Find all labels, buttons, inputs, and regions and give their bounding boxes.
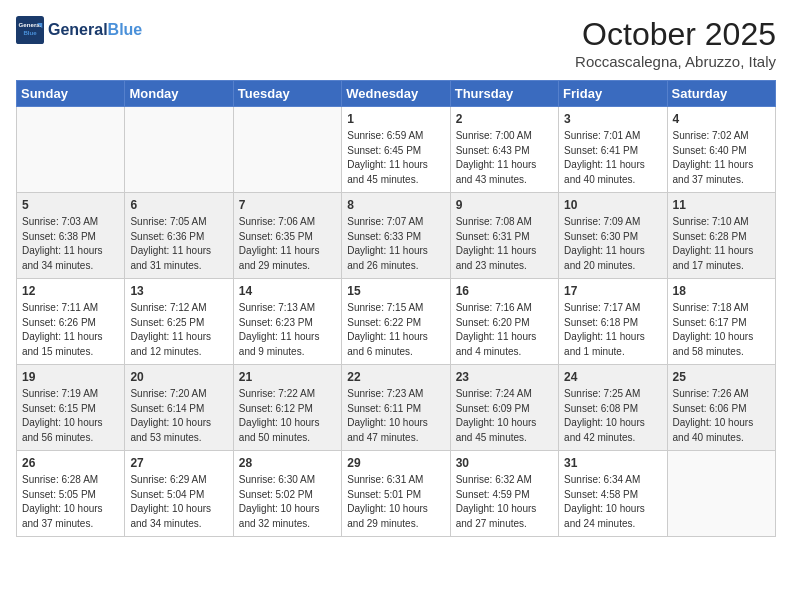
day-number: 18 — [673, 284, 770, 298]
day-info: Sunrise: 7:20 AM Sunset: 6:14 PM Dayligh… — [130, 387, 227, 445]
day-info: Sunrise: 7:12 AM Sunset: 6:25 PM Dayligh… — [130, 301, 227, 359]
day-number: 15 — [347, 284, 444, 298]
title-block: October 2025 Roccascalegna, Abruzzo, Ita… — [575, 16, 776, 70]
day-info: Sunrise: 7:25 AM Sunset: 6:08 PM Dayligh… — [564, 387, 661, 445]
day-info: Sunrise: 7:15 AM Sunset: 6:22 PM Dayligh… — [347, 301, 444, 359]
day-info: Sunrise: 7:06 AM Sunset: 6:35 PM Dayligh… — [239, 215, 336, 273]
day-info: Sunrise: 6:30 AM Sunset: 5:02 PM Dayligh… — [239, 473, 336, 531]
svg-text:General: General — [19, 21, 42, 28]
day-info: Sunrise: 7:08 AM Sunset: 6:31 PM Dayligh… — [456, 215, 553, 273]
calendar-cell: 31Sunrise: 6:34 AM Sunset: 4:58 PM Dayli… — [559, 451, 667, 537]
calendar-cell: 17Sunrise: 7:17 AM Sunset: 6:18 PM Dayli… — [559, 279, 667, 365]
day-info: Sunrise: 7:17 AM Sunset: 6:18 PM Dayligh… — [564, 301, 661, 359]
calendar-cell: 5Sunrise: 7:03 AM Sunset: 6:38 PM Daylig… — [17, 193, 125, 279]
day-info: Sunrise: 7:09 AM Sunset: 6:30 PM Dayligh… — [564, 215, 661, 273]
calendar-cell: 14Sunrise: 7:13 AM Sunset: 6:23 PM Dayli… — [233, 279, 341, 365]
day-info: Sunrise: 7:22 AM Sunset: 6:12 PM Dayligh… — [239, 387, 336, 445]
calendar-cell: 2Sunrise: 7:00 AM Sunset: 6:43 PM Daylig… — [450, 107, 558, 193]
logo-icon: General Blue — [16, 16, 44, 44]
calendar-cell: 10Sunrise: 7:09 AM Sunset: 6:30 PM Dayli… — [559, 193, 667, 279]
weekday-header-friday: Friday — [559, 81, 667, 107]
calendar-cell: 30Sunrise: 6:32 AM Sunset: 4:59 PM Dayli… — [450, 451, 558, 537]
day-info: Sunrise: 6:29 AM Sunset: 5:04 PM Dayligh… — [130, 473, 227, 531]
day-info: Sunrise: 7:13 AM Sunset: 6:23 PM Dayligh… — [239, 301, 336, 359]
calendar-cell: 13Sunrise: 7:12 AM Sunset: 6:25 PM Dayli… — [125, 279, 233, 365]
day-info: Sunrise: 7:00 AM Sunset: 6:43 PM Dayligh… — [456, 129, 553, 187]
day-info: Sunrise: 6:31 AM Sunset: 5:01 PM Dayligh… — [347, 473, 444, 531]
calendar-week-row: 12Sunrise: 7:11 AM Sunset: 6:26 PM Dayli… — [17, 279, 776, 365]
day-number: 16 — [456, 284, 553, 298]
day-number: 25 — [673, 370, 770, 384]
day-number: 10 — [564, 198, 661, 212]
calendar-header-row: SundayMondayTuesdayWednesdayThursdayFrid… — [17, 81, 776, 107]
day-info: Sunrise: 7:19 AM Sunset: 6:15 PM Dayligh… — [22, 387, 119, 445]
day-info: Sunrise: 7:03 AM Sunset: 6:38 PM Dayligh… — [22, 215, 119, 273]
day-number: 27 — [130, 456, 227, 470]
calendar-cell: 25Sunrise: 7:26 AM Sunset: 6:06 PM Dayli… — [667, 365, 775, 451]
calendar-cell: 28Sunrise: 6:30 AM Sunset: 5:02 PM Dayli… — [233, 451, 341, 537]
day-number: 2 — [456, 112, 553, 126]
page-header: General Blue GeneralBlue October 2025 Ro… — [16, 16, 776, 70]
day-number: 3 — [564, 112, 661, 126]
weekday-header-thursday: Thursday — [450, 81, 558, 107]
day-info: Sunrise: 6:32 AM Sunset: 4:59 PM Dayligh… — [456, 473, 553, 531]
calendar-cell: 15Sunrise: 7:15 AM Sunset: 6:22 PM Dayli… — [342, 279, 450, 365]
calendar-cell — [667, 451, 775, 537]
day-number: 13 — [130, 284, 227, 298]
logo-text: GeneralBlue — [48, 21, 142, 39]
day-number: 29 — [347, 456, 444, 470]
day-info: Sunrise: 6:34 AM Sunset: 4:58 PM Dayligh… — [564, 473, 661, 531]
day-number: 7 — [239, 198, 336, 212]
month-title: October 2025 — [575, 16, 776, 53]
calendar-cell: 4Sunrise: 7:02 AM Sunset: 6:40 PM Daylig… — [667, 107, 775, 193]
svg-text:Blue: Blue — [23, 29, 37, 36]
location-subtitle: Roccascalegna, Abruzzo, Italy — [575, 53, 776, 70]
calendar-week-row: 19Sunrise: 7:19 AM Sunset: 6:15 PM Dayli… — [17, 365, 776, 451]
calendar-cell — [233, 107, 341, 193]
weekday-header-saturday: Saturday — [667, 81, 775, 107]
calendar-week-row: 26Sunrise: 6:28 AM Sunset: 5:05 PM Dayli… — [17, 451, 776, 537]
calendar-week-row: 1Sunrise: 6:59 AM Sunset: 6:45 PM Daylig… — [17, 107, 776, 193]
day-number: 11 — [673, 198, 770, 212]
weekday-header-tuesday: Tuesday — [233, 81, 341, 107]
day-number: 9 — [456, 198, 553, 212]
day-number: 30 — [456, 456, 553, 470]
calendar-cell: 23Sunrise: 7:24 AM Sunset: 6:09 PM Dayli… — [450, 365, 558, 451]
day-info: Sunrise: 7:24 AM Sunset: 6:09 PM Dayligh… — [456, 387, 553, 445]
day-number: 22 — [347, 370, 444, 384]
day-number: 8 — [347, 198, 444, 212]
day-number: 14 — [239, 284, 336, 298]
calendar-cell: 27Sunrise: 6:29 AM Sunset: 5:04 PM Dayli… — [125, 451, 233, 537]
calendar-cell: 12Sunrise: 7:11 AM Sunset: 6:26 PM Dayli… — [17, 279, 125, 365]
day-number: 26 — [22, 456, 119, 470]
calendar-cell: 19Sunrise: 7:19 AM Sunset: 6:15 PM Dayli… — [17, 365, 125, 451]
day-number: 5 — [22, 198, 119, 212]
day-number: 4 — [673, 112, 770, 126]
day-info: Sunrise: 7:10 AM Sunset: 6:28 PM Dayligh… — [673, 215, 770, 273]
day-info: Sunrise: 7:18 AM Sunset: 6:17 PM Dayligh… — [673, 301, 770, 359]
calendar-cell — [125, 107, 233, 193]
calendar-cell: 21Sunrise: 7:22 AM Sunset: 6:12 PM Dayli… — [233, 365, 341, 451]
calendar-cell: 18Sunrise: 7:18 AM Sunset: 6:17 PM Dayli… — [667, 279, 775, 365]
day-info: Sunrise: 7:11 AM Sunset: 6:26 PM Dayligh… — [22, 301, 119, 359]
calendar-cell: 24Sunrise: 7:25 AM Sunset: 6:08 PM Dayli… — [559, 365, 667, 451]
day-info: Sunrise: 7:01 AM Sunset: 6:41 PM Dayligh… — [564, 129, 661, 187]
day-info: Sunrise: 7:02 AM Sunset: 6:40 PM Dayligh… — [673, 129, 770, 187]
logo: General Blue GeneralBlue — [16, 16, 142, 44]
day-number: 12 — [22, 284, 119, 298]
calendar-cell: 9Sunrise: 7:08 AM Sunset: 6:31 PM Daylig… — [450, 193, 558, 279]
day-number: 21 — [239, 370, 336, 384]
day-info: Sunrise: 7:23 AM Sunset: 6:11 PM Dayligh… — [347, 387, 444, 445]
calendar-cell: 8Sunrise: 7:07 AM Sunset: 6:33 PM Daylig… — [342, 193, 450, 279]
day-number: 31 — [564, 456, 661, 470]
calendar-cell: 11Sunrise: 7:10 AM Sunset: 6:28 PM Dayli… — [667, 193, 775, 279]
calendar-table: SundayMondayTuesdayWednesdayThursdayFrid… — [16, 80, 776, 537]
day-number: 23 — [456, 370, 553, 384]
day-number: 20 — [130, 370, 227, 384]
day-info: Sunrise: 6:59 AM Sunset: 6:45 PM Dayligh… — [347, 129, 444, 187]
calendar-cell: 16Sunrise: 7:16 AM Sunset: 6:20 PM Dayli… — [450, 279, 558, 365]
calendar-week-row: 5Sunrise: 7:03 AM Sunset: 6:38 PM Daylig… — [17, 193, 776, 279]
weekday-header-monday: Monday — [125, 81, 233, 107]
day-number: 24 — [564, 370, 661, 384]
day-number: 17 — [564, 284, 661, 298]
